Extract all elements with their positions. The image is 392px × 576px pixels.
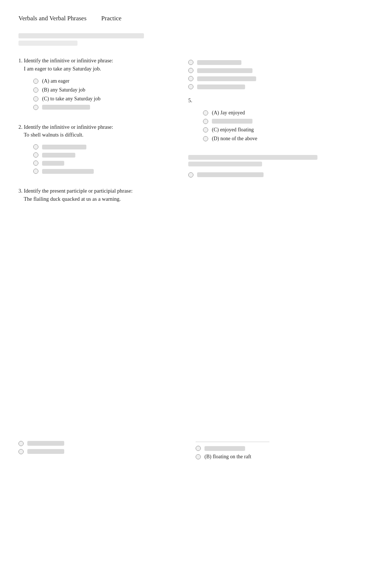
page-subtitle: Practice (101, 15, 121, 22)
radio-q2d[interactable] (33, 169, 38, 174)
right-blurred-row-2[interactable] (188, 68, 374, 73)
question-1-option-b[interactable]: (B) any Saturday job (33, 87, 177, 93)
radio-c[interactable] (33, 96, 38, 101)
question-2-option-c[interactable] (33, 161, 177, 166)
page-title: Verbals and Verbal Phrases (18, 15, 86, 22)
question-2-option-b[interactable] (33, 152, 177, 158)
question-2-option-d[interactable] (33, 169, 177, 174)
q2-option-a-blurred (42, 145, 86, 149)
question-2-option-a[interactable] (33, 144, 177, 149)
q6-line-2 (188, 162, 262, 166)
option-b-text: (B) any Saturday job (42, 87, 85, 93)
footer-radio-1[interactable] (18, 441, 24, 446)
radio-b[interactable] (33, 87, 38, 93)
right-blur-3 (197, 76, 256, 81)
q6-line-1 (188, 155, 317, 160)
radio-q5a[interactable] (203, 110, 208, 115)
footer-blur-1 (27, 441, 64, 446)
question-6-lines (188, 155, 374, 166)
right-column: 5. (A) Jay enjoyed (C) enjoyed floating … (188, 57, 374, 217)
option-c-text: (C) to take any Saturday job (42, 96, 100, 102)
q2-option-c-blurred (42, 161, 64, 166)
question-5-number: 5. (188, 97, 192, 103)
right-blurred-row-4[interactable] (188, 84, 374, 89)
page-header: Verbals and Verbal Phrases Practice (18, 15, 374, 22)
footer-right-row-1[interactable] (196, 446, 374, 451)
q5-option-b-blurred (212, 119, 252, 124)
question-3-block: 3. Identify the present participle or pa… (18, 187, 177, 203)
footer-area: (B) floating on the raft (18, 438, 374, 463)
radio-q5b[interactable] (203, 119, 208, 124)
q5-option-d-text: (D) none of the above (212, 136, 257, 142)
radio-r4[interactable] (188, 84, 193, 89)
question-3-number: 3. (18, 188, 23, 194)
q6-option-1[interactable] (188, 172, 374, 177)
radio-q2c[interactable] (33, 161, 38, 166)
question-5-option-d[interactable]: (D) none of the above (203, 136, 374, 142)
question-1-text: 1. Identify the infinitive or infinitive… (18, 57, 177, 73)
right-blurred-row-1[interactable] (188, 60, 374, 65)
radio-q2b[interactable] (33, 152, 38, 158)
q2-option-b-blurred (42, 153, 75, 158)
question-1-subtext: I am eager to take any Saturday job. (24, 66, 101, 72)
footer-left-row-2[interactable] (18, 449, 177, 454)
radio-d[interactable] (33, 105, 38, 110)
question-5-option-b[interactable] (203, 119, 374, 124)
footer-radio-r1[interactable] (196, 446, 201, 451)
q6-opt1-blurred (197, 172, 264, 177)
question-2-label: Identify the infinitive or infinitive ph… (24, 124, 113, 130)
footer-last-option-text: (B) floating on the raft (204, 454, 251, 460)
radio-q5c[interactable] (203, 127, 208, 132)
footer-radio-last[interactable] (196, 454, 201, 459)
radio-q6-1[interactable] (188, 172, 193, 177)
footer-right: (B) floating on the raft (196, 438, 374, 463)
radio-r1[interactable] (188, 60, 193, 65)
left-column: 1. Identify the infinitive or infinitive… (18, 57, 177, 217)
radio-a[interactable] (33, 79, 38, 84)
question-2-block: 2. Identify the infinitive or infinitive… (18, 123, 177, 174)
question-5-option-a[interactable]: (A) Jay enjoyed (203, 110, 374, 116)
footer-divider-line (196, 442, 269, 442)
option-a-text: (A) am eager (42, 78, 69, 84)
question-2-text: 2. Identify the infinitive or infinitive… (18, 123, 177, 139)
question-5-block: 5. (A) Jay enjoyed (C) enjoyed floating … (188, 97, 374, 142)
option-d-blurred (42, 105, 90, 110)
question-2-subtext: To shell walnuts is difficult. (24, 132, 83, 138)
radio-q2a[interactable] (33, 144, 38, 149)
header-blur-bar-2 (18, 41, 78, 46)
right-blur-2 (197, 68, 252, 73)
footer-radio-2[interactable] (18, 449, 24, 454)
q2-option-d-blurred (42, 169, 94, 174)
footer-left (18, 438, 177, 457)
header-blur-section (18, 33, 374, 46)
footer-right-blur-1 (204, 446, 245, 451)
footer-left-row-1[interactable] (18, 441, 177, 446)
question-1-option-c[interactable]: (C) to take any Saturday job (33, 96, 177, 102)
right-blur-1 (197, 60, 241, 65)
radio-q5d[interactable] (203, 136, 208, 141)
question-3-text: 3. Identify the present participle or pa… (18, 187, 177, 203)
question-6-blurred-block (188, 155, 374, 177)
footer-blur-2 (27, 449, 64, 454)
question-1-number: 1. (18, 58, 23, 63)
right-blurred-row-3[interactable] (188, 76, 374, 81)
question-1-label: Identify the infinitive or infinitive ph… (24, 58, 113, 63)
question-3-subtext: The flailing duck quacked at us as a war… (24, 196, 121, 202)
question-2-number: 2. (18, 124, 23, 130)
q5-option-c-text: (C) enjoyed floating (212, 127, 254, 133)
question-1-option-d[interactable] (33, 105, 177, 110)
question-5-option-c[interactable]: (C) enjoyed floating (203, 127, 374, 133)
question-5-num: 5. (188, 97, 374, 105)
footer-right-last-option[interactable]: (B) floating on the raft (196, 454, 374, 460)
question-1-block: 1. Identify the infinitive or infinitive… (18, 57, 177, 110)
q5-option-a-text: (A) Jay enjoyed (212, 110, 245, 116)
footer-row: (B) floating on the raft (18, 438, 374, 463)
header-blur-bar-1 (18, 33, 144, 38)
radio-r3[interactable] (188, 76, 193, 81)
question-3-label: Identify the present participle or parti… (24, 188, 133, 194)
right-blur-4 (197, 84, 245, 89)
radio-r2[interactable] (188, 68, 193, 73)
right-blurred-top (188, 60, 374, 89)
question-1-option-a[interactable]: (A) am eager (33, 78, 177, 84)
content-area: 1. Identify the infinitive or infinitive… (18, 57, 374, 217)
